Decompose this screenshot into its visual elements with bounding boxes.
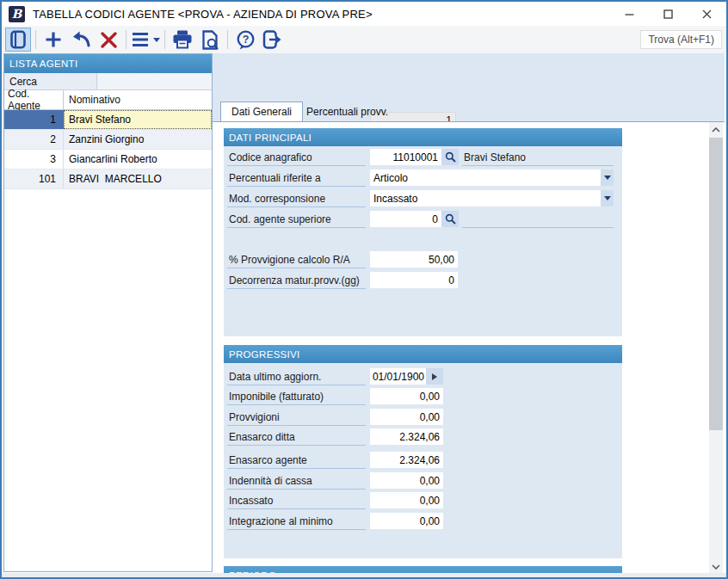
incassato-field[interactable]: 0,00 [370, 492, 443, 508]
window-title: TABELLA CODICI AGENTE <PROVA - AZIENDA D… [33, 8, 373, 21]
list-panel-icon [9, 30, 28, 49]
print-preview-button[interactable] [197, 28, 223, 52]
scrollbar-thumb[interactable] [709, 138, 723, 430]
exit-icon [262, 30, 283, 49]
toggle-list-panel-button[interactable] [5, 28, 31, 52]
scroll-down-button[interactable] [709, 559, 723, 573]
cod-agente-superiore-label: Cod. agente superiore [227, 213, 366, 228]
agent-row[interactable]: 101 BRAVI MARCELLO [4, 169, 212, 189]
help-button[interactable]: ? [232, 28, 258, 52]
search-icon [445, 213, 456, 225]
minimize-button[interactable] [610, 2, 649, 26]
search-icon [445, 151, 456, 163]
delete-button[interactable] [96, 28, 121, 52]
section-header-dati-principali: DATI PRINCIPALI [224, 128, 622, 146]
agent-code-cell: 1 [4, 110, 64, 129]
cod-agente-superiore-field[interactable]: 0 [370, 211, 441, 227]
agent-code-cell: 3 [4, 150, 64, 169]
toolbar-separator [164, 30, 165, 49]
main-form-area: Codice agente 1 Nominativo Bravi Stefano… [213, 53, 725, 573]
section-header-periodo: PERIODO [224, 566, 622, 573]
integrazione-minimo-label: Integrazione al minimo [227, 514, 366, 530]
percentuali-riferite-label: Percentuali riferite a [227, 171, 366, 187]
provvigioni-label: Provvigioni [227, 410, 366, 426]
window-bottom-margin [2, 573, 726, 577]
app-window: B TABELLA CODICI AGENTE <PROVA - AZIENDA… [0, 0, 728, 579]
tab-content: DATI PRINCIPALI Codice anagrafico 110100… [213, 121, 725, 573]
indennita-cassa-field[interactable]: 0,00 [370, 472, 443, 489]
enasarco-ditta-label: Enasarco ditta [227, 430, 366, 446]
column-header-code[interactable]: Cod. Agente [4, 90, 64, 109]
agent-row[interactable]: 3 Giancarlini Roberto [4, 150, 212, 169]
maximize-button[interactable] [649, 2, 688, 26]
codice-anagrafico-description: Bravi Stefano [462, 151, 614, 166]
codice-anagrafico-label: Codice anagrafico [227, 151, 366, 166]
undo-button[interactable] [68, 28, 94, 52]
tab-bar: Dati Generali Percentuali provv. [213, 102, 725, 121]
chevron-down-icon [604, 196, 611, 200]
chevron-down-icon [712, 564, 720, 570]
agent-row[interactable]: 2 Zanzini Giorgino [4, 130, 212, 150]
agent-row[interactable]: 1 Bravi Stefano [4, 110, 212, 130]
section-header-progressivi: PROGRESSIVI [224, 345, 622, 363]
imponibile-field[interactable]: 0,00 [370, 388, 443, 404]
provvigioni-field[interactable]: 0,00 [370, 409, 443, 425]
integrazione-minimo-field[interactable]: 0,00 [370, 513, 443, 529]
cod-agente-superiore-search-button[interactable] [441, 211, 459, 227]
agent-grid-header: Cod. Agente Nominativo [4, 90, 212, 110]
caret-down-icon [153, 38, 160, 42]
section-progressivi: Data ultimo aggiorn. 01/01/1900 Imponibi… [224, 363, 622, 558]
main-toolbar: ? Trova (Alt+F1) [2, 26, 726, 53]
agent-name-cell: BRAVI MARCELLO [64, 169, 212, 188]
codice-anagrafico-field[interactable]: 11010001 [370, 149, 441, 165]
date-picker-button[interactable] [426, 368, 443, 385]
agent-code-cell: 101 [4, 169, 64, 188]
svg-text:?: ? [242, 34, 249, 46]
cod-agente-superiore-description [462, 213, 614, 228]
new-record-button[interactable] [40, 28, 66, 52]
percentuali-riferite-select[interactable]: Articolo [370, 169, 601, 186]
help-icon: ? [236, 30, 256, 50]
column-header-name[interactable]: Nominativo [64, 90, 212, 109]
data-ultimo-aggiorn-field[interactable]: 01/01/1900 [370, 368, 426, 385]
section-dati-principali: Codice anagrafico 11010001 Bravi Stefano… [224, 146, 622, 336]
page-magnifier-icon [201, 30, 219, 50]
menu-button[interactable] [131, 28, 160, 52]
mod-corresponsione-dropdown-button[interactable] [601, 190, 614, 206]
enasarco-agente-field[interactable]: 2.324,06 [370, 452, 443, 468]
app-logo-icon: B [9, 6, 25, 22]
plus-icon [44, 30, 63, 49]
vertical-scrollbar[interactable] [709, 122, 723, 573]
chevron-up-icon [712, 127, 720, 132]
print-button[interactable] [170, 28, 195, 52]
close-button[interactable] [688, 2, 726, 26]
window-controls [610, 2, 726, 26]
hamburger-icon [131, 31, 150, 48]
chevron-down-icon [604, 176, 611, 180]
find-shortcut-hint[interactable]: Trova (Alt+F1) [640, 30, 722, 49]
scroll-up-button[interactable] [709, 122, 723, 137]
provvigione-ra-label: % Provvigione calcolo R/A [227, 253, 366, 268]
enasarco-ditta-field[interactable]: 2.324,06 [370, 428, 443, 445]
title-bar: B TABELLA CODICI AGENTE <PROVA - AZIENDA… [2, 2, 726, 26]
decorrenza-field[interactable]: 0 [370, 272, 458, 288]
tab-dati-generali[interactable]: Dati Generali [220, 102, 303, 121]
printer-icon [172, 30, 193, 49]
incassato-label: Incassato [227, 494, 366, 509]
mod-corresponsione-label: Mod. corresponsione [227, 192, 366, 207]
tab-percentuali-provv[interactable]: Percentuali provv. [296, 102, 398, 121]
agent-list-panel: LISTA AGENTI Cerca Cod. Agente Nominativ… [3, 53, 213, 572]
agent-name-cell: Bravi Stefano [64, 110, 212, 129]
chevron-right-icon [432, 373, 437, 380]
decorrenza-label: Decorrenza matur.provv.(gg) [227, 274, 366, 289]
toolbar-separator [35, 30, 36, 49]
indennita-cassa-label: Indennità di cassa [227, 474, 366, 490]
agent-code-cell: 2 [4, 130, 64, 149]
provvigione-ra-field[interactable]: 50,00 [370, 251, 458, 268]
mod-corresponsione-select[interactable]: Incassato [370, 190, 601, 206]
percentuali-riferite-dropdown-button[interactable] [601, 169, 614, 186]
codice-anagrafico-search-button[interactable] [441, 149, 459, 165]
toolbar-separator [227, 30, 228, 49]
data-ultimo-aggiorn-label: Data ultimo aggiorn. [227, 370, 366, 385]
exit-button[interactable] [260, 28, 286, 52]
